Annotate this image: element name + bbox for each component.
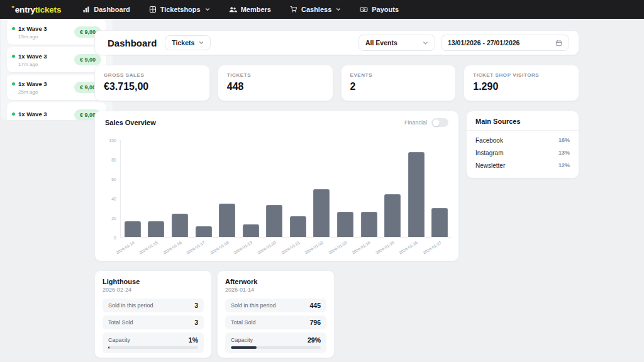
cart-icon	[290, 6, 297, 13]
y-axis-tick: 100	[104, 138, 116, 143]
chart-bar	[125, 221, 141, 237]
capacity-value: 1%	[189, 336, 198, 344]
sale-title-row: 1x Wave 3	[12, 25, 47, 32]
chart-bar	[431, 208, 448, 238]
kpi-label: TICKET SHOP VISITORS	[473, 72, 570, 78]
sale-info: 1x Wave 325m ago	[12, 79, 47, 96]
chart-bar	[337, 212, 353, 237]
stat-label: Total Sold	[231, 319, 256, 326]
sale-status-dot-icon	[12, 55, 15, 58]
y-axis-tick: 60	[104, 177, 116, 182]
source-value: 13%	[558, 150, 570, 156]
ticket-type-dropdown[interactable]: Tickets	[165, 35, 211, 50]
stat-label: Sold in this period	[108, 302, 153, 309]
grid-icon	[149, 6, 157, 13]
page-header-card: Dashboard Tickets All Events 13/01/2026 …	[94, 30, 579, 55]
sale-item[interactable]: 1x Wave 3€ 9,00	[7, 102, 106, 121]
sale-item[interactable]: 1x Wave 325m ago€ 9,00	[7, 75, 106, 100]
sale-time: 17m ago	[12, 62, 47, 67]
source-value: 12%	[558, 162, 570, 168]
event-date: 2026-01-14	[225, 287, 326, 293]
nav-item-label: Ticketshops	[160, 6, 201, 13]
event-card-lighthouse: Lighthouse2026-02-24Sold in this period3…	[94, 270, 212, 358]
sale-status-dot-icon	[12, 27, 15, 30]
kpi-row: GROSS SALES€3.715,00TICKETS448EVENTS2TIC…	[94, 65, 579, 101]
sale-item[interactable]: 1x Wave 315m ago€ 9,00	[7, 19, 106, 45]
sale-item[interactable]: 1x Wave 317m ago€ 9,00	[7, 47, 106, 72]
y-axis-tick: 20	[104, 216, 116, 221]
sale-time: 15m ago	[12, 34, 47, 40]
financial-toggle-label: Financial	[404, 119, 427, 126]
kpi-value: 1.290	[473, 81, 570, 92]
financial-toggle[interactable]	[431, 118, 448, 127]
date-range-value: 13/01/2026 - 27/01/2026	[448, 39, 519, 47]
nav-item-members[interactable]: Members	[229, 6, 271, 13]
chart-plot-area: 2026-01-142026-01-152026-01-162026-01-17…	[120, 140, 451, 238]
sales-overview-title: Sales Overview	[105, 119, 156, 126]
page-title: Dashboard	[108, 38, 157, 48]
source-label: Newsletter	[475, 162, 505, 169]
nav-item-dashboard[interactable]: Dashboard	[82, 6, 130, 13]
source-row: Newsletter12%	[475, 159, 570, 172]
capacity-row: Capacity29%	[225, 332, 326, 353]
chart-bar	[290, 216, 306, 237]
nav-item-label: Payouts	[372, 6, 399, 13]
main-sources-card: Main Sources Facebook16%Instagram13%News…	[466, 111, 579, 178]
date-range-input[interactable]: 13/01/2026 - 27/01/2026	[441, 35, 569, 51]
sale-title: 1x Wave 3	[18, 111, 47, 118]
event-title: Lighthouse	[103, 278, 204, 285]
brand-logo[interactable]: ” entry tickets	[11, 5, 61, 14]
sale-info: 1x Wave 315m ago	[12, 23, 47, 41]
sale-title-row: 1x Wave 3	[12, 53, 47, 60]
sale-status-dot-icon	[12, 112, 15, 116]
bar-chart-icon	[82, 6, 90, 13]
event-cards-row: Lighthouse2026-02-24Sold in this period3…	[94, 270, 335, 358]
calendar-icon	[555, 40, 562, 47]
banknote-icon	[360, 6, 368, 13]
top-navbar: ” entry tickets DashboardTicketshopsMemb…	[0, 0, 644, 19]
sale-status-dot-icon	[12, 82, 15, 85]
chart-bar	[219, 204, 235, 237]
chevron-down-icon	[205, 7, 210, 12]
sale-title: 1x Wave 3	[18, 80, 47, 87]
kpi-value: 2	[350, 81, 447, 92]
event-stats: Sold in this period3Total Sold3Capacity1…	[103, 299, 204, 353]
chart-bar	[196, 226, 212, 237]
kpi-card-events: EVENTS2	[341, 65, 457, 101]
x-axis-label: 2026-01-27	[121, 240, 440, 244]
kpi-value: €3.715,00	[104, 81, 201, 92]
chart-bar	[408, 152, 425, 237]
sale-title-row: 1x Wave 3	[12, 80, 47, 87]
stat-row: Sold in this period445	[225, 299, 326, 312]
nav-item-payouts[interactable]: Payouts	[360, 6, 399, 13]
nav-item-label: Dashboard	[94, 6, 130, 13]
stat-value: 796	[309, 319, 321, 326]
event-date: 2026-02-24	[103, 287, 204, 293]
main-sources-rows: Facebook16%Instagram13%Newsletter12%	[467, 131, 579, 175]
event-filter-select[interactable]: All Events	[358, 35, 435, 51]
kpi-label: EVENTS	[350, 72, 447, 78]
event-card-afterwork: Afterwork2026-01-14Sold in this period44…	[217, 270, 335, 358]
sale-amount-badge: € 9,00	[74, 54, 101, 65]
sales-overview-header: Sales Overview Financial	[95, 111, 458, 127]
ticket-type-dropdown-label: Tickets	[172, 39, 194, 47]
event-title: Afterwork	[225, 278, 326, 285]
source-row: Facebook16%	[475, 134, 570, 146]
nav-item-ticketshops[interactable]: Ticketshops	[149, 6, 210, 13]
chart-bar	[384, 194, 401, 237]
nav-item-cashless[interactable]: Cashless	[290, 6, 341, 13]
chevron-down-icon	[199, 40, 204, 45]
event-filter-value: All Events	[365, 39, 397, 47]
recent-sales-list: 1x Wave 315m ago€ 9,001x Wave 317m ago€ …	[7, 19, 106, 121]
nav-items: DashboardTicketshopsMembersCashlessPayou…	[82, 6, 399, 13]
kpi-label: TICKETS	[227, 72, 324, 78]
sale-title: 1x Wave 3	[18, 53, 47, 60]
stat-row: Total Sold796	[225, 315, 326, 329]
chart-bar	[266, 205, 282, 237]
stat-row: Total Sold3	[103, 315, 204, 329]
logo-text-entry: entry	[15, 5, 35, 14]
kpi-card-gross-sales: GROSS SALES€3.715,00	[94, 65, 210, 101]
sale-info: 1x Wave 317m ago	[12, 51, 47, 69]
capacity-progress-fill	[108, 346, 109, 349]
sale-time: 25m ago	[12, 89, 47, 95]
